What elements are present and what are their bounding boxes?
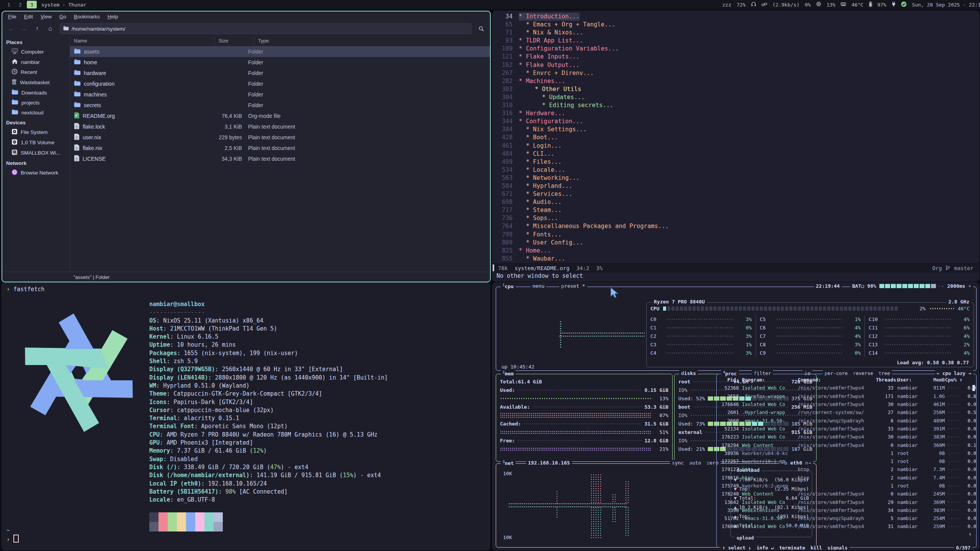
sidebar-item-nextcloud[interactable]: nextcloud — [2, 108, 70, 117]
preset-button[interactable]: preset * — [559, 283, 587, 289]
back-button[interactable]: ← — [5, 24, 17, 34]
proc-option-per-core[interactable]: per-core — [825, 370, 848, 376]
proc-row[interactable]: 176000Isolated Web Co/nix/store/sm8fmrf3… — [717, 522, 976, 530]
proc-footer[interactable]: ↑ select ↓info ↵terminatekillsignals — [720, 545, 849, 550]
proc-col-header[interactable]: Threads: — [876, 377, 897, 383]
proc-row[interactable]: 178616btopbtop2nambiar7.4M0.0 — [717, 474, 976, 482]
org-outline[interactable]: 34* Introduction...65* Emacs + Org + Tan… — [493, 13, 979, 264]
menu-button[interactable]: menu — [531, 283, 546, 289]
proc-col-header[interactable]: Program: — [742, 377, 798, 383]
workspace-3[interactable]: 3 — [27, 1, 37, 8]
proc-col-header[interactable]: MemB — [926, 377, 945, 383]
menu-edit[interactable]: Edit — [21, 13, 36, 21]
net-tab[interactable]: 3net — [501, 460, 516, 466]
proc-row[interactable]: 2658.firefox-wrappe/nix/store/sm8fmrf3wp… — [717, 392, 976, 400]
org-heading: * Updates... — [542, 93, 585, 101]
sort-selector[interactable]: ← cpu lazy → — [935, 370, 973, 376]
proc-row[interactable]: 3390WebExtensions/nix/store/sm8fmrf3wps4… — [717, 506, 976, 514]
sidebar-item-recent[interactable]: Recent — [2, 67, 70, 77]
proc-col-header[interactable]: Command: — [798, 377, 876, 383]
proc-row[interactable]: 13642Isolated Web Co/nix/store/sm8fmrf3w… — [717, 498, 976, 506]
proc-row[interactable]: 176223Isolated Web Co/nix/store/sm8fmrf3… — [717, 433, 976, 441]
sidebar-item-browse-network[interactable]: Browse Network — [2, 168, 70, 178]
proc-tab[interactable]: 4proc — [721, 370, 739, 377]
up-button[interactable]: ↑ — [31, 24, 43, 34]
proc-header-row[interactable]: Pid:Program:Command:Threads:User:MemBCpu… — [717, 376, 976, 384]
file-row-flake-lock[interactable]: flake.lock3,1 KiBPlain text document — [70, 121, 490, 132]
sidebar-item-1-0-tb-volume[interactable]: 1,0 TB Volume — [2, 137, 70, 148]
sidebar-item-computer[interactable]: Computer — [2, 47, 70, 57]
proc-row[interactable]: 52134Isolated Web Co/nix/store/sm8fmrf3w… — [717, 425, 976, 433]
file-row-secrets[interactable]: secretsFolder — [70, 100, 490, 111]
net-graph: 10K 10K — [499, 468, 728, 543]
search-button[interactable] — [475, 24, 487, 34]
proc-col-header[interactable]: User: — [897, 377, 926, 383]
file-row-hardware[interactable]: hardwareFolder — [70, 68, 490, 78]
column-header-name[interactable]: Name — [70, 36, 215, 46]
sidebar-item-wastebasket[interactable]: Wastebasket — [2, 77, 70, 88]
proc-row[interactable]: 178248Web Content/nix/store/sm8fmrf3wps4… — [717, 490, 976, 498]
sidebar-item-file-system[interactable]: File System — [2, 127, 70, 137]
path-bar[interactable]: /home/nambiar/system/ — [60, 23, 472, 34]
sidebar-header-network: Network — [2, 158, 70, 168]
workspace-2[interactable]: 2 — [15, 1, 25, 8]
file-row-machines[interactable]: machinesFolder — [70, 89, 490, 100]
proc-col-header[interactable]: Cpu% ↑ — [945, 377, 962, 383]
net-buttons[interactable]: syncautozero — [670, 460, 720, 466]
forward-button[interactable]: → — [18, 24, 30, 34]
filter-button[interactable]: filter — [752, 370, 773, 376]
proc-footer-info-[interactable]: info ↵ — [756, 545, 774, 550]
proc-row[interactable]: 38936kworker/u64:6-kc1root0B0.0 — [717, 449, 976, 457]
proc-row[interactable]: 175749kworker/6:2-even1root0B0.0 — [717, 482, 976, 490]
disks-title[interactable]: disks — [679, 370, 698, 376]
proc-option-reverse[interactable]: reverse — [853, 370, 873, 376]
menu-help[interactable]: Help — [104, 13, 122, 21]
column-header-size[interactable]: Size — [215, 36, 254, 46]
sidebar-item-projects[interactable]: projects — [2, 98, 70, 108]
proc-row[interactable]: 177257kworker/10:1-mm_1root0B0.0 — [717, 457, 976, 465]
proc-footer-terminate[interactable]: terminate — [779, 545, 805, 550]
proc-footer--select-[interactable]: ↑ select ↓ — [722, 545, 751, 550]
file-row-configuration[interactable]: configurationFolder — [70, 78, 490, 89]
file-row-readme-org[interactable]: README.org76,4 KiBOrg-mode file — [70, 111, 490, 121]
proc-footer-signals[interactable]: signals — [827, 545, 848, 550]
file-row-license[interactable]: LICENSE34,3 KiBPlain text document — [70, 153, 490, 164]
update-interval[interactable]: - 2000ms + — [939, 283, 973, 289]
proc-row[interactable]: 2660.emacs-31.0.50-/nix/store/wnqz5pa8ra… — [717, 416, 976, 424]
proc-row[interactable]: 51762.emacs-31.0.50-/nix/store/wnqz5pa8r… — [717, 514, 976, 522]
file-row-user-nix[interactable]: user.nix229 bytesPlain text document — [70, 132, 490, 143]
home-button[interactable]: ⌂ — [44, 24, 56, 34]
menu-file[interactable]: File — [5, 13, 20, 21]
proc-mem: 254M — [926, 515, 945, 521]
workspace-switcher[interactable]: 123 — [4, 1, 37, 8]
sidebar-item-nambiar[interactable]: nambiar — [2, 57, 70, 67]
status-check-icon — [901, 2, 906, 8]
proc-option-tree[interactable]: tree — [879, 370, 890, 376]
file-row-home[interactable]: homeFolder — [70, 57, 490, 68]
menu-bookmarks[interactable]: Bookmarks — [70, 13, 103, 21]
workspace-1[interactable]: 1 — [4, 1, 14, 8]
proc-scrollbar[interactable] — [972, 385, 975, 391]
proc-row[interactable]: 52368Isolated Web Co/nix/store/sm8fmrf3w… — [717, 384, 976, 392]
cpu-meter-block — [815, 306, 818, 311]
net-button-auto[interactable]: auto — [689, 460, 701, 466]
terminal-window[interactable]: › fastfetch nambiar@smallbox------------… — [2, 282, 490, 550]
menu-go[interactable]: Go — [56, 13, 70, 21]
net-button-sync[interactable]: sync — [672, 460, 684, 466]
mem-tab[interactable]: 2mem — [501, 370, 516, 377]
file-row-flake-nix[interactable]: flake.nix2,5 KiBPlain text document — [70, 143, 490, 153]
file-row-assets[interactable]: assetsFolder — [70, 46, 490, 57]
sidebar-item-smallbox-wi-[interactable]: SMALLBOX Wi... — [2, 148, 70, 158]
cpu-tab[interactable]: 1cpu — [501, 283, 516, 289]
proc-command: /nix/store/sm8fmrf3wps4 — [798, 499, 876, 505]
menu-view[interactable]: View — [37, 13, 55, 21]
proc-options[interactable]: per-corereversetree — [823, 370, 892, 376]
proc-row[interactable]: 178294Web Content/nix/store/sm8fmrf3wps4… — [717, 441, 976, 449]
proc-row[interactable]: 2601.Hyprland-wrapp/run/current-system/s… — [717, 408, 976, 416]
proc-col-header[interactable]: Pid: — [719, 377, 742, 383]
column-header-type[interactable]: Type — [254, 36, 490, 46]
proc-row[interactable]: 179127btopbtop2nambiar7.3M0.0 — [717, 465, 976, 473]
proc-footer-kill[interactable]: kill — [810, 545, 822, 550]
proc-row[interactable]: 176646Isolated Web Co/nix/store/sm8fmrf3… — [717, 400, 976, 408]
sidebar-item-downloads[interactable]: Downloads — [2, 88, 70, 98]
